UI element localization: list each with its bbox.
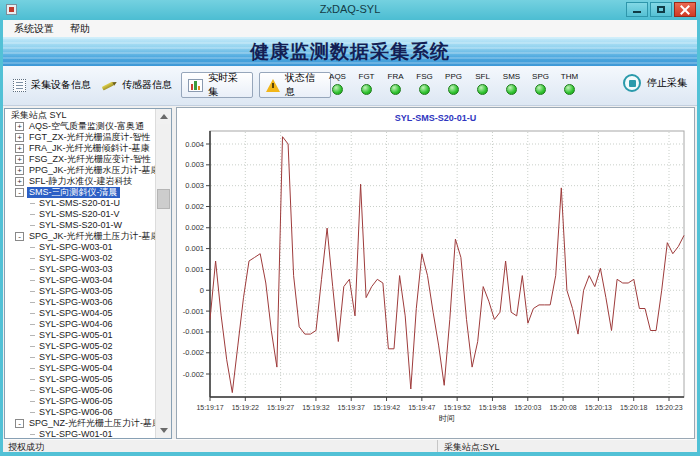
expand-icon[interactable]: + — [15, 133, 24, 142]
tree-item[interactable]: SYL-SPG-W01-01 — [6, 429, 155, 437]
tree-item[interactable]: SYL-SPG-W03-05 — [6, 286, 155, 297]
tree-item[interactable]: SYL-SPG-W05-04 — [6, 363, 155, 374]
collapse-icon[interactable]: - — [15, 232, 24, 241]
chart-title: SYL-SMS-S20-01-U — [395, 113, 477, 123]
toolbar: 采集设备信息 传感器信息 实时采集 状态信息 AQSFGTFRAFSGPPGSF… — [3, 66, 697, 106]
tree-item-label: SPG_NZ-光纤光栅土压力计-基康 — [27, 418, 155, 429]
tree-item[interactable]: SYL-SMS-S20-01-U — [6, 198, 155, 209]
tree-item[interactable]: +FSG_ZX-光纤光栅应变计-智性 — [6, 154, 155, 165]
x-tick-label: 15:20:23 — [655, 404, 682, 411]
tree-item[interactable]: SYL-SPG-W03-03 — [6, 264, 155, 275]
indicator-label: SMS — [497, 71, 526, 82]
realtime-chart: SYL-SMS-S20-01-U0.0040.0030.0030.0020.00… — [177, 108, 694, 438]
green-led-icon — [535, 84, 546, 95]
tree-item-label: SYL-SPG-W03-05 — [37, 286, 115, 297]
tree-item-label: 采集站点 SYL — [9, 110, 69, 121]
x-tick-label: 15:20:08 — [549, 404, 576, 411]
x-tick-label: 15:19:52 — [444, 404, 471, 411]
banner: 健康监测数据采集系统 — [3, 37, 697, 66]
tree-item-label: SYL-SPG-W05-01 — [37, 330, 115, 341]
collapse-icon[interactable]: - — [15, 188, 24, 197]
x-tick-label: 15:19:37 — [338, 404, 365, 411]
scroll-up-icon[interactable] — [156, 109, 171, 124]
menu-bar: 系统设置帮助 — [3, 20, 697, 38]
tree-item[interactable]: SYL-SMS-S20-01-V — [6, 209, 155, 220]
tree-item[interactable]: +FGT_ZX-光纤光栅温度计-智性 — [6, 132, 155, 143]
scroll-down-icon[interactable] — [156, 423, 171, 438]
status-info-label: 状态信息 — [285, 71, 324, 99]
device-info-button[interactable]: 采集设备信息 — [7, 72, 97, 98]
tree-item[interactable]: SYL-SPG-W04-06 — [6, 319, 155, 330]
tree-item[interactable]: SYL-SPG-W05-02 — [6, 341, 155, 352]
tree-item[interactable]: SYL-SMS-S20-01-W — [6, 220, 155, 231]
expand-icon[interactable]: + — [15, 166, 24, 175]
banner-title: 健康监测数据采集系统 — [250, 39, 450, 65]
indicator-label: THM — [555, 71, 584, 82]
channel-indicator-group: AQSFGTFRAFSGPPGSFLSMSSPGTHM — [323, 71, 584, 95]
tree-item-label: SPG_JK-光纤光栅土压力计-基康 — [27, 231, 155, 242]
tree-item[interactable]: -SMS-三向测斜仪-清晨 — [6, 187, 155, 198]
title-bar: ZxDAQ-SYL — [0, 0, 700, 20]
tree-item[interactable]: 采集站点 SYL — [6, 110, 155, 121]
tree-item[interactable]: SYL-SPG-W03-06 — [6, 297, 155, 308]
green-led-icon — [448, 84, 459, 95]
tree-item[interactable]: SYL-SPG-W05-06 — [6, 385, 155, 396]
expand-icon[interactable]: + — [15, 144, 24, 153]
y-tick-label: -0.002 — [183, 348, 204, 357]
y-tick-label: -0.002 — [183, 370, 204, 379]
scrollbar-thumb[interactable] — [157, 189, 170, 209]
status-warning-icon — [266, 79, 280, 92]
tree-scrollbar[interactable] — [155, 109, 171, 438]
tree-item-label: SYL-SPG-W05-04 — [37, 363, 115, 374]
tree-item[interactable]: SYL-SPG-W06-05 — [6, 396, 155, 407]
realtime-collect-button[interactable]: 实时采集 — [181, 72, 253, 98]
tree-item-label: FRA_JK-光纤光栅倾斜计-基康 — [27, 143, 152, 154]
tree-item[interactable]: +AQS-空气质量监测仪-富奥通 — [6, 121, 155, 132]
expand-icon[interactable]: + — [15, 177, 24, 186]
sensor-info-button[interactable]: 传感器信息 — [95, 72, 178, 98]
green-led-icon — [419, 84, 430, 95]
sensor-info-icon — [101, 79, 117, 92]
indicator-sms: SMS — [497, 71, 526, 95]
indicator-thm: THM — [555, 71, 584, 95]
tree-item-label: SYL-SMS-S20-01-W — [37, 220, 124, 231]
tree-item[interactable]: +SFL-静力水准仪-建岩科技 — [6, 176, 155, 187]
tree-item[interactable]: SYL-SPG-W03-04 — [6, 275, 155, 286]
tree-item[interactable]: +FRA_JK-光纤光栅倾斜计-基康 — [6, 143, 155, 154]
collapse-icon[interactable]: - — [15, 419, 24, 428]
status-info-button[interactable]: 状态信息 — [259, 72, 331, 98]
status-bar: 授权成功 采集站点:SYL — [3, 439, 697, 452]
tree-item[interactable]: -SPG_NZ-光纤光栅土压力计-基康 — [6, 418, 155, 429]
station-tree: 采集站点 SYL+AQS-空气质量监测仪-富奥通+FGT_ZX-光纤光栅温度计-… — [6, 110, 155, 437]
x-tick-label: 15:19:17 — [196, 404, 223, 411]
y-tick-label: 0 — [200, 286, 204, 295]
tree-item-label: SYL-SPG-W03-03 — [37, 264, 115, 275]
stop-collect-button[interactable]: 停止采集 — [623, 74, 687, 92]
menu-item-0[interactable]: 系统设置 — [6, 21, 62, 37]
app-icon — [6, 4, 17, 15]
tree-item[interactable]: SYL-SPG-W06-06 — [6, 407, 155, 418]
expand-icon[interactable]: + — [15, 155, 24, 164]
tree-item-label: SYL-SMS-S20-01-U — [37, 198, 122, 209]
tree-item-label: SYL-SPG-W04-06 — [37, 319, 115, 330]
tree-item[interactable]: SYL-SPG-W05-01 — [6, 330, 155, 341]
maximize-button[interactable] — [650, 2, 672, 17]
x-tick-label: 15:19:47 — [408, 404, 435, 411]
tree-item[interactable]: +PPG_JK-光纤光栅水压力计-基康 — [6, 165, 155, 176]
tree-item[interactable]: SYL-SPG-W05-05 — [6, 374, 155, 385]
tree-item-label: SFL-静力水准仪-建岩科技 — [27, 176, 135, 187]
menu-item-1[interactable]: 帮助 — [62, 21, 98, 37]
y-tick-label: 0.004 — [185, 140, 204, 149]
expand-icon[interactable]: + — [15, 122, 24, 131]
tree-item-label: SYL-SMS-S20-01-V — [37, 209, 122, 220]
tree-item-label: SYL-SPG-W03-06 — [37, 297, 115, 308]
tree-item[interactable]: SYL-SPG-W03-02 — [6, 253, 155, 264]
x-tick-label: 15:20:03 — [514, 404, 541, 411]
close-button[interactable] — [674, 2, 696, 17]
minimize-button[interactable] — [626, 2, 648, 17]
y-tick-label: 0.003 — [185, 181, 204, 190]
tree-item[interactable]: SYL-SPG-W05-03 — [6, 352, 155, 363]
tree-item[interactable]: -SPG_JK-光纤光栅土压力计-基康 — [6, 231, 155, 242]
tree-item[interactable]: SYL-SPG-W03-01 — [6, 242, 155, 253]
tree-item[interactable]: SYL-SPG-W04-05 — [6, 308, 155, 319]
